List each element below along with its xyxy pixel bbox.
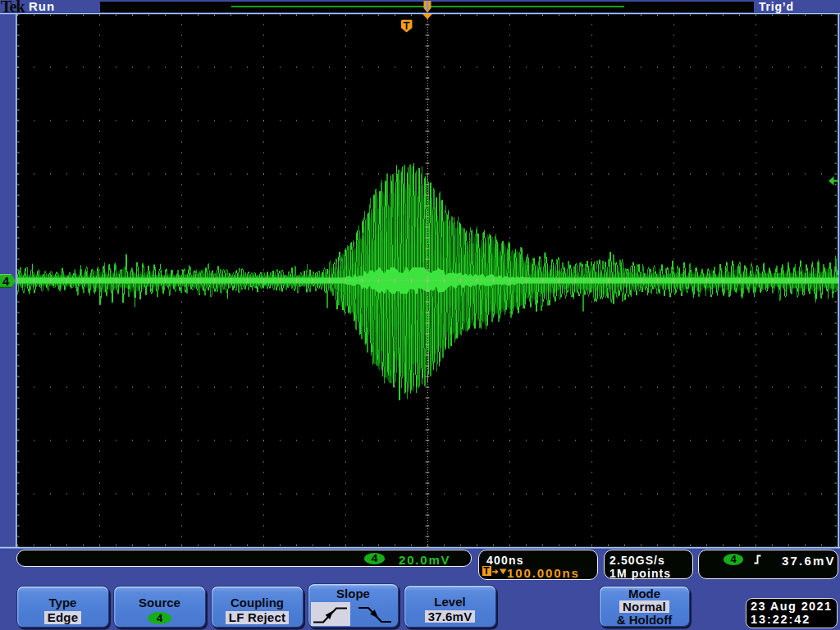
- svg-text:4: 4: [2, 274, 10, 288]
